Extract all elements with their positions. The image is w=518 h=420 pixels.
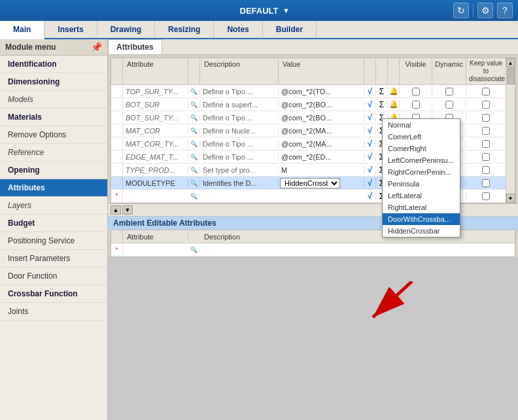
row-desc: Define o Nucle... (200, 127, 279, 135)
row-attribute: EDGE_MAT_T... (123, 153, 188, 161)
tab-notes[interactable]: Notes (214, 21, 262, 38)
row-icon[interactable]: 🔍 (188, 180, 200, 186)
row-marker (111, 111, 123, 124)
dropdown-item-peninsula[interactable]: Peninsula (383, 178, 460, 190)
row-value: M (279, 166, 364, 174)
keep-cell[interactable] (466, 192, 506, 200)
col-sigma-header (376, 58, 388, 84)
sidebar-item-layers[interactable]: Layers (0, 197, 107, 215)
table-header-row: Attribute Description Value Visible Dyna… (111, 58, 515, 85)
sqrt-icon[interactable]: √ (364, 165, 376, 175)
row-icon[interactable]: 🔍 (188, 128, 200, 134)
keep-cell[interactable] (466, 114, 506, 122)
row-value: @com_*2(MA... (279, 127, 364, 135)
dropdown-arrow[interactable]: ▼ (283, 7, 290, 14)
dropdown-item-hidden-crossbar[interactable]: HiddenCrossbar (383, 225, 460, 237)
sidebar-item-insert-parameters[interactable]: Insert Parameters (0, 250, 107, 268)
sqrt-icon[interactable]: √ (364, 152, 376, 162)
sidebar-item-models[interactable]: Models (0, 91, 107, 109)
sqrt-icon[interactable]: √ (364, 191, 376, 201)
dropdown-item-comer-left[interactable]: ComerLeft (383, 131, 460, 143)
dropdown-item-right-corner[interactable]: RightCornerPenin... (383, 166, 460, 178)
move-up-btn[interactable]: ▲ (111, 205, 121, 215)
keep-cell[interactable] (466, 101, 506, 109)
help-button[interactable]: ? (497, 3, 513, 18)
sidebar-item-reference[interactable]: Reference (0, 144, 107, 162)
row-icon[interactable]: 🔍 (188, 101, 200, 108)
col-keep-header: Keep value to disassociate (466, 58, 506, 84)
row-value: @com_*2(MA... (279, 140, 364, 148)
sigma-icon[interactable]: Σ (376, 100, 388, 109)
keep-cell[interactable] (466, 140, 506, 148)
sqrt-icon[interactable]: √ (364, 126, 376, 135)
dropdown-item-comer-right[interactable]: ComerRight (383, 143, 460, 154)
sidebar-item-dimensioning[interactable]: Dimensioning (0, 73, 107, 91)
row-icon[interactable]: 🔍 (188, 88, 200, 95)
sub-tab-attributes[interactable]: Attributes (108, 39, 162, 54)
sidebar-item-opening[interactable]: Opening (0, 162, 107, 179)
dynamic-cell[interactable] (432, 101, 466, 109)
row-desc: Define o Tipo ... (200, 88, 279, 96)
keep-cell[interactable] (466, 88, 506, 96)
sqrt-icon[interactable]: √ (364, 99, 376, 109)
row-attribute: BOT_SUR (123, 101, 188, 109)
tab-main[interactable]: Main (0, 21, 44, 39)
row-marker (111, 137, 123, 150)
sidebar-item-identification[interactable]: Identification (0, 56, 107, 73)
dropdown-item-normal[interactable]: Normal (383, 119, 460, 131)
dropdown-item-left-lateral[interactable]: LeftLateral (383, 190, 460, 201)
tab-drawing[interactable]: Drawing (97, 21, 155, 38)
bell-icon[interactable]: 🔔 (388, 100, 400, 109)
bell-icon[interactable]: 🔔 (388, 87, 400, 96)
lower-row-icon[interactable]: 🔍 (188, 247, 200, 253)
sidebar-item-joints[interactable]: Joints (0, 303, 107, 321)
row-icon[interactable]: 🔍 (188, 193, 200, 200)
dropdown-item-right-lateral[interactable]: RightLateral (383, 201, 460, 213)
tab-inserts[interactable]: Inserts (44, 21, 97, 38)
sqrt-icon[interactable]: √ (364, 86, 376, 96)
vertical-scrollbar[interactable]: ▲ ▼ (506, 58, 515, 203)
dynamic-cell[interactable] (432, 88, 466, 96)
sidebar-item-budget[interactable]: Budget (0, 215, 107, 232)
visible-cell[interactable] (400, 101, 432, 109)
scroll-thumb[interactable] (507, 68, 515, 84)
row-icon[interactable]: 🔍 (188, 154, 200, 160)
dropdown-item-left-corner[interactable]: LeftCornerPeninsu... (383, 154, 460, 166)
sigma-icon[interactable]: Σ (376, 87, 388, 96)
row-icon[interactable]: 🔍 (188, 114, 200, 121)
sqrt-icon[interactable]: √ (364, 113, 376, 122)
settings-button[interactable]: ⚙ (477, 3, 493, 18)
sidebar-item-positioning-service[interactable]: Positioning Service (0, 232, 107, 250)
row-icon[interactable]: 🔍 (188, 167, 200, 173)
row-value: @com_*2(BO... (279, 114, 364, 122)
row-desc: Define o Tipo ... (200, 140, 279, 148)
keep-cell[interactable] (466, 179, 506, 187)
sidebar-item-remove-options[interactable]: Remove Options (0, 126, 107, 144)
tab-builder[interactable]: Builder (263, 21, 317, 38)
keep-cell[interactable] (466, 153, 506, 161)
dropdown-item-door-crossba[interactable]: DoorWithCrossba... (383, 213, 460, 225)
sidebar-item-crossbar-function[interactable]: Crossbar Function (0, 285, 107, 303)
module-type-select[interactable]: HiddenCrossb (280, 178, 340, 188)
sidebar-item-materials[interactable]: Materials (0, 109, 107, 126)
col-attribute-header: Attribute (123, 58, 188, 84)
visible-cell[interactable] (400, 88, 432, 96)
sqrt-icon[interactable]: √ (364, 178, 376, 188)
row-icon[interactable]: 🔍 (188, 141, 200, 147)
scroll-down-btn[interactable]: ▼ (506, 194, 515, 203)
tab-resizing[interactable]: Resizing (155, 21, 214, 38)
keep-cell[interactable] (466, 166, 506, 174)
scroll-up-btn[interactable]: ▲ (506, 58, 515, 67)
lower-col-marker (111, 230, 123, 243)
table-row: BOT_SUR 🔍 Define a superf... @com_*2(BO.… (111, 98, 515, 111)
row-value-select[interactable]: HiddenCrossb (279, 178, 364, 188)
sidebar-item-door-function[interactable]: Door Function (0, 268, 107, 285)
main-content: Attributes Attribute Description Value V… (108, 39, 518, 420)
move-down-btn[interactable]: ▼ (122, 205, 133, 215)
sqrt-icon[interactable]: √ (364, 139, 376, 149)
refresh-button[interactable]: ↻ (453, 3, 469, 18)
pin-icon[interactable]: 📌 (91, 42, 102, 52)
sidebar-item-attributes[interactable]: Attributes (0, 179, 107, 197)
module-menu-label: Module menu (5, 43, 56, 52)
keep-cell[interactable] (466, 127, 506, 135)
